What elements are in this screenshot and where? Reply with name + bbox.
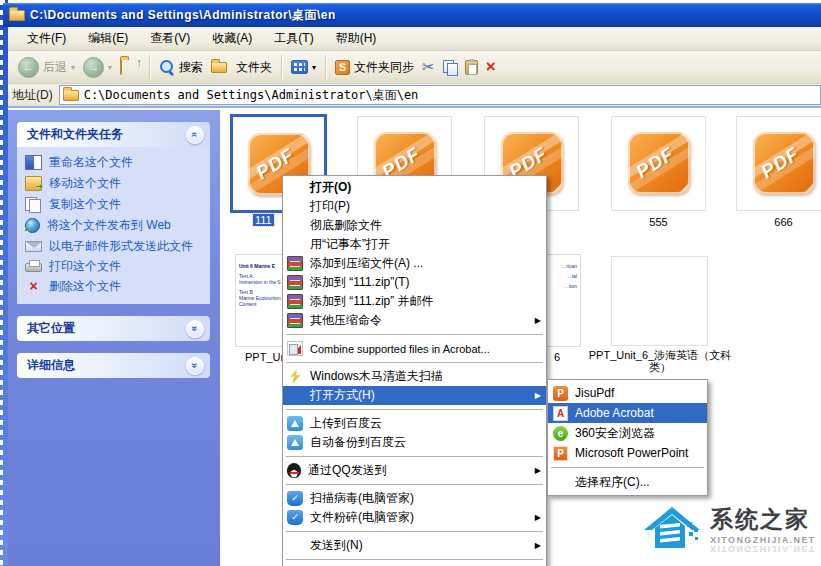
email-icon [25, 241, 42, 252]
openwith-jisupdf[interactable]: PJisuPdf [548, 383, 707, 403]
views-button[interactable]: ▾ [287, 58, 320, 76]
task-email-file[interactable]: 以电子邮件形式发送此文件 [25, 240, 204, 253]
folders-button[interactable]: 文件夹 [207, 57, 276, 78]
toolbar-separator [149, 55, 150, 79]
acrobat-icon [287, 341, 303, 356]
panel-details-header[interactable]: 详细信息 » [17, 353, 210, 378]
openwith-360-browser[interactable]: e360安全浏览器 [548, 423, 707, 443]
menu-separator [286, 362, 543, 363]
context-menu: 打开(O) 打印(P) 彻底删除文件 用“记事本”打开 添加到压缩文件(A) .… [282, 175, 547, 566]
forward-button[interactable]: → ▾ [79, 55, 116, 80]
address-folder-icon [63, 90, 79, 101]
file-label-ppt-unit6[interactable]: PPT_Unit_6_涉海英语（文科类） [580, 349, 740, 373]
ctx-backup-baidu[interactable]: 自动备份到百度云 [283, 433, 546, 452]
ctx-add-to-zip-email[interactable]: 添加到 “111.zip” 并邮件 [283, 292, 546, 311]
move-icon [25, 176, 42, 191]
ctx-trojan-scan[interactable]: Windows木马清道夫扫描 [283, 367, 546, 386]
menu-tools[interactable]: 工具(T) [263, 27, 324, 50]
file-label-555[interactable]: 555 [611, 216, 706, 228]
ctx-print[interactable]: 打印(P) [283, 197, 546, 216]
panel-file-tasks-title: 文件和文件夹任务 [27, 126, 123, 143]
expand-button[interactable]: » [186, 320, 204, 338]
window-title: C:\Documents and Settings\Administrator\… [30, 7, 336, 24]
address-input[interactable]: C:\Documents and Settings\Administrator\… [59, 85, 821, 105]
task-move-file[interactable]: 移动这个文件 [25, 177, 204, 191]
watermark-title: 系统之家 [710, 504, 816, 535]
copy-button[interactable] [439, 58, 461, 77]
task-copy-file[interactable]: 复制这个文件 [25, 198, 204, 212]
back-dropdown-icon[interactable]: ▾ [71, 63, 75, 72]
ctx-send-to[interactable]: 发送到(N)▶ [283, 536, 546, 555]
task-delete-file[interactable]: × 删除这个文件 [25, 280, 204, 294]
title-bar[interactable]: C:\Documents and Settings\Administrator\… [3, 3, 821, 27]
ctx-combine-acrobat[interactable]: Combine supported files in Acrobat... [283, 339, 546, 358]
paste-icon [465, 60, 478, 75]
openwith-choose-program[interactable]: 选择程序(C)... [548, 472, 707, 492]
folder-sync-button[interactable]: S 文件夹同步 [331, 57, 418, 78]
file-label-666[interactable]: 666 [736, 216, 821, 228]
task-rename-file[interactable]: 重命名这个文件 [25, 156, 204, 170]
powerpoint-icon: P [553, 446, 568, 461]
baidu-cloud-icon [287, 435, 303, 450]
ctx-delete-completely[interactable]: 彻底删除文件 [283, 216, 546, 235]
menu-favorites[interactable]: 收藏(A) [201, 27, 263, 50]
panel-file-tasks: 文件和文件夹任务 « 重命名这个文件 移动这个文件 复制这个文件 [17, 122, 210, 304]
address-label: 地址(D) [12, 87, 53, 104]
search-icon [159, 59, 175, 75]
views-dropdown-icon[interactable]: ▾ [312, 63, 316, 72]
toolbar: ← 后退 ▾ → ▾ ↑ 搜索 文件夹 ▾ S 文件夹同 [8, 51, 821, 84]
menu-view[interactable]: 查看(V) [139, 27, 201, 50]
pc-manager-shield-icon: ✓ [287, 491, 303, 506]
pdf-file-icon: PDF [753, 132, 815, 194]
forward-dropdown-icon[interactable]: ▾ [108, 63, 112, 72]
ctx-upload-baidu[interactable]: 上传到百度云 [283, 414, 546, 433]
ctx-open-with-notepad[interactable]: 用“记事本”打开 [283, 235, 546, 254]
menu-help[interactable]: 帮助(H) [325, 27, 388, 50]
file-ppt-unit6[interactable] [611, 256, 708, 346]
ctx-send-via-qq[interactable]: 通过QQ发送到▶ [283, 461, 546, 480]
menu-edit[interactable]: 编辑(E) [77, 27, 139, 50]
search-button[interactable]: 搜索 [155, 57, 207, 78]
jisupdf-icon: P [553, 386, 568, 401]
cut-button[interactable]: ✂ [418, 56, 439, 78]
paste-button[interactable] [461, 58, 482, 77]
file-label-ppt-b[interactable]: 6 [550, 351, 564, 363]
task-pane: 文件和文件夹任务 « 重命名这个文件 移动这个文件 复制这个文件 [8, 110, 220, 566]
task-publish-web[interactable]: 将这个文件发布到 Web [25, 219, 204, 233]
ctx-add-to-archive[interactable]: 添加到压缩文件(A) ... [283, 254, 546, 273]
ctx-shred-file[interactable]: ✓文件粉碎(电脑管家)▶ [283, 508, 546, 527]
task-print-file[interactable]: 打印这个文件 [25, 260, 204, 273]
up-button[interactable]: ↑ [116, 58, 144, 77]
delete-button[interactable]: × [482, 58, 500, 76]
up-folder-icon: ↑ [120, 60, 140, 75]
openwith-powerpoint[interactable]: PMicrosoft PowerPoint [548, 443, 707, 463]
menu-separator [286, 531, 543, 532]
ctx-add-to-zip[interactable]: 添加到 “111.zip”(T) [283, 273, 546, 292]
panel-file-tasks-header[interactable]: 文件和文件夹任务 « [17, 122, 210, 147]
forward-icon: → [83, 57, 104, 78]
panel-details: 详细信息 » [17, 353, 210, 378]
menu-file[interactable]: 文件(F) [16, 27, 77, 50]
openwith-adobe-acrobat[interactable]: AAdobe Acrobat [548, 403, 707, 423]
file-666[interactable]: PDF [736, 116, 821, 211]
back-button[interactable]: ← 后退 ▾ [14, 55, 79, 80]
baidu-cloud-icon [287, 416, 303, 431]
cut-icon: ✂ [422, 58, 435, 76]
expand-button[interactable]: » [186, 357, 204, 375]
chevron-down-icon: » [190, 326, 201, 332]
menu-separator [286, 484, 543, 485]
menu-separator [286, 334, 543, 335]
chevron-down-icon: » [190, 363, 201, 369]
file-label-111[interactable]: 111 [253, 214, 274, 226]
submenu-arrow-icon: ▶ [535, 391, 541, 400]
delete-file-icon: × [25, 279, 42, 294]
collapse-button[interactable]: « [186, 126, 204, 144]
file-555[interactable]: PDF [611, 116, 706, 211]
search-label: 搜索 [179, 59, 203, 76]
ctx-open[interactable]: 打开(O) [283, 178, 546, 197]
ctx-open-with[interactable]: 打开方式(H)▶ [283, 386, 546, 405]
ctx-other-compress[interactable]: 其他压缩命令▶ [283, 311, 546, 330]
panel-other-places-header[interactable]: 其它位置 » [17, 316, 210, 341]
ctx-scan-virus[interactable]: ✓扫描病毒(电脑管家) [283, 489, 546, 508]
toolbar-separator [281, 55, 282, 79]
